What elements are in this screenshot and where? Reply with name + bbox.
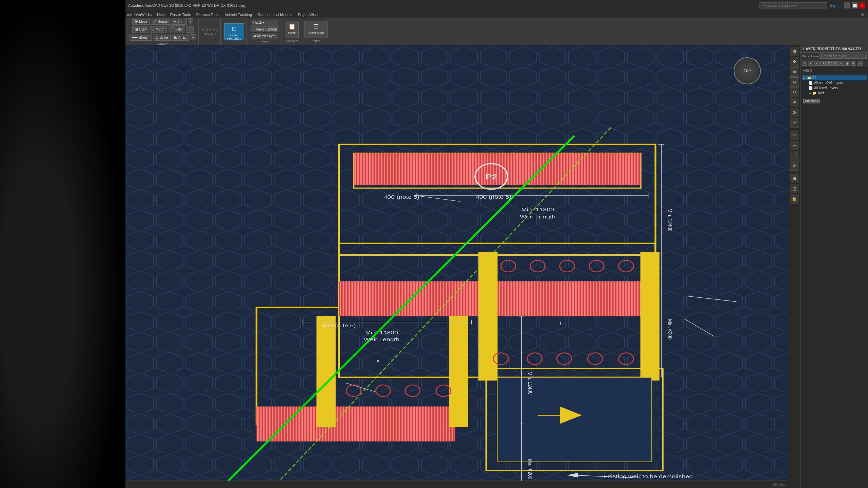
cad-canvas[interactable]: P2 400 (note 5) 400 (note 5) Min. 11800 … — [125, 45, 788, 488]
toolbar-group-draw: ⊕ Move ↺ Rotate ✂ Trim / ⊞ MoveCopy ↕ Mi… — [127, 18, 199, 45]
freeze-btn[interactable]: ❄ — [851, 61, 856, 66]
unnamed-tag: Unnamed — [803, 99, 820, 103]
paste-label: Paste — [288, 31, 296, 35]
layer-item-all[interactable]: ▶ 📁 All — [802, 75, 867, 80]
minimize-button[interactable]: — — [844, 2, 850, 8]
menubar: esk InfraWorks Help Raster Tools Express… — [125, 11, 868, 18]
compass: TOP N S — [734, 57, 764, 88]
draw-label: Draw ▾ — [158, 42, 168, 45]
settings-icon[interactable]: ⚙ — [790, 161, 799, 171]
menu-vehicle[interactable]: Vehicle Tracking — [225, 13, 252, 17]
select-mode-button[interactable]: ☰ Select Mode — [304, 21, 328, 38]
svg-text:Min. 12400: Min. 12400 — [667, 209, 673, 232]
isolate-btn[interactable]: ◉ — [845, 61, 850, 66]
grid-icon[interactable]: ⊞ — [790, 174, 799, 183]
match-layer-button[interactable]: ⇄ Match Layer — [251, 33, 278, 39]
zoom-in-icon[interactable]: ⊕ — [790, 67, 799, 77]
layer-item-xref[interactable]: ▶ 📁 Xref — [807, 91, 867, 96]
svg-text:Weir Length: Weir Length — [364, 336, 399, 343]
fillet-button[interactable]: ⌒ Fillet — [168, 25, 185, 33]
menu-infraworks[interactable]: esk InfraWorks — [127, 13, 152, 17]
hatch-dropdown-button[interactable]: Hatch ▾ — [251, 20, 278, 25]
svg-text:400 (note 5): 400 (note 5) — [476, 194, 511, 200]
layer-toolbar: + ✕ ✓ ↺ ⚙ ▽ ⇒ ◉ ❄ → — [801, 60, 868, 67]
layer-item-all-non-xref[interactable]: 📄 All non-Xref Layers — [807, 80, 867, 85]
refresh-btn[interactable]: ↺ — [820, 61, 826, 66]
modify-label: Modify ▾ — [204, 33, 216, 36]
copy-button[interactable]: ⊞ MoveCopy — [132, 26, 149, 33]
select-mode-label: Select Mode — [308, 31, 324, 35]
hand-cursor-icon[interactable]: ☜ — [790, 131, 799, 140]
fullscreen-icon[interactable]: ⛶ — [790, 151, 799, 160]
window-title: Autodesk AutoCAD Civil 3D 2018 LFD-ARP-Z… — [128, 3, 760, 7]
expand-icon[interactable]: ⇔ — [790, 141, 799, 150]
filter-btn[interactable]: ▽ — [832, 61, 838, 66]
look-icon[interactable]: 👁 — [790, 98, 799, 107]
menu-express[interactable]: Express Tools — [196, 13, 219, 17]
right-icons-panel: ⊞ ✥ ⊕ ⊖ ↻ 👁 ⟳ ↗ ☜ ⇔ ⛶ ⚙ ⊞ ◫ 🔒 — [788, 45, 800, 488]
current-layer-label: Current laye — [802, 55, 818, 58]
layer-panel-title: LAYER PROPERTIES MANAGER — [801, 45, 868, 53]
pan-icon[interactable]: ✥ — [790, 57, 799, 66]
walk-btn[interactable]: → — [857, 61, 863, 66]
extra1-button[interactable]: ∿ — [186, 26, 194, 33]
layer-item-all-used[interactable]: 📄 All Used Layers — [807, 85, 867, 91]
set-current-btn[interactable]: ✓ — [814, 61, 820, 66]
zoom-out-icon[interactable]: ⊖ — [790, 77, 799, 87]
delete-layer-btn[interactable]: ✕ — [808, 61, 813, 66]
toolbar-group-touch: ☰ Select Mode Touch — [302, 18, 330, 45]
trim-button[interactable]: ✂ Trim — [171, 18, 187, 25]
move-button[interactable]: ⊕ Move — [132, 18, 150, 25]
menu-geotechnical[interactable]: Geotechnical Module — [257, 13, 292, 17]
make-current-button[interactable]: ☆ Make Current — [250, 26, 279, 32]
toolbar-group-clipboard: 📋 Paste Clipboard — [283, 18, 301, 45]
paste-button[interactable]: 📋 Paste — [285, 21, 299, 38]
layer-xref-label: Xref — [818, 91, 824, 95]
layer-search-area: Current laye — [801, 53, 868, 60]
line-button[interactable]: / — [188, 18, 194, 24]
fly-icon[interactable]: ↗ — [790, 118, 799, 128]
orbit-icon[interactable]: ↻ — [790, 87, 799, 97]
settings-layer-btn[interactable]: ⚙ — [826, 61, 832, 66]
layer-xref-icon: 📁 — [812, 91, 816, 95]
rotate-button[interactable]: ↺ Rotate — [151, 18, 170, 25]
search-input[interactable] — [760, 2, 827, 8]
statusbar: MODEL — [125, 481, 788, 488]
svg-text:Min. 11800: Min. 11800 — [365, 330, 398, 336]
layer-properties-button[interactable]: ⊟ LayerProperties — [224, 23, 244, 40]
svg-text:Existing weir to be demolished: Existing weir to be demolished — [604, 473, 693, 480]
hatch-arrow-icon: ▾ — [263, 21, 264, 24]
stretch-button[interactable]: ⟵ Stretch — [130, 34, 152, 41]
array-button[interactable]: ⊞ Array — [172, 34, 189, 41]
menu-projectwise[interactable]: ProjectWise — [298, 13, 318, 17]
lock-icon[interactable]: 🔒 — [790, 194, 799, 203]
mirror-button[interactable]: ↕ Mirror — [150, 26, 167, 33]
xref-expand-icon: ▶ — [809, 92, 811, 95]
svg-rect-21 — [449, 316, 468, 427]
layer-sub-icon: 📄 — [809, 81, 813, 85]
layer-all-label: All — [812, 76, 816, 80]
scale-button[interactable]: ⊡ Scale — [153, 34, 171, 41]
toolbar: ⊕ Move ↺ Rotate ✂ Trim / ⊞ MoveCopy ↕ Mi… — [125, 18, 868, 45]
zoom-extents-icon[interactable]: ⊞ — [790, 47, 799, 56]
menu-help[interactable]: Help — [157, 13, 165, 17]
walk-icon[interactable]: ⟳ — [790, 108, 799, 117]
person-silhouette — [0, 0, 125, 488]
svg-text:Min. 12400: Min. 12400 — [527, 372, 533, 395]
new-layer-btn[interactable]: + — [802, 61, 807, 66]
svg-rect-20 — [317, 316, 335, 427]
restore-button[interactable]: ⬜ — [852, 2, 858, 8]
menu-raster[interactable]: Raster Tools — [170, 13, 191, 17]
svg-rect-13 — [354, 153, 641, 185]
toolbar-group-modify: ⊙ ⊙ ⊙ ⊙ ⊙ Modify ▾ — [200, 18, 221, 45]
close-button[interactable]: ✕ — [859, 2, 865, 8]
toolbar-group-hatch: Hatch ▾ ☆ Make Current ⇄ Match Layer Lay… — [248, 18, 282, 45]
layers-icon[interactable]: ◫ — [790, 184, 799, 193]
layer-properties-panel: LAYER PROPERTIES MANAGER Current laye + … — [800, 45, 868, 488]
more-modify-button[interactable]: ▾ — [190, 34, 196, 40]
svg-text:400 (n te 5): 400 (n te 5) — [322, 323, 356, 329]
layer-used-icon: 📄 — [809, 86, 813, 90]
sign-in[interactable]: Sign In — [830, 3, 842, 7]
layer-search-input[interactable] — [820, 54, 867, 59]
merge-btn[interactable]: ⇒ — [839, 61, 844, 66]
